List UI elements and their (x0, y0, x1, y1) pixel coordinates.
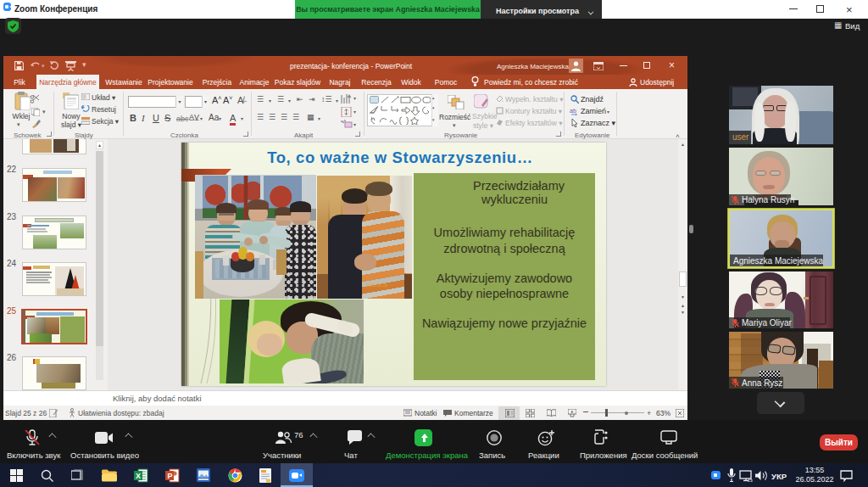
svg-text:X: X (136, 472, 141, 480)
svg-text:P: P (168, 472, 173, 480)
svg-text:ab: ab (570, 108, 576, 114)
